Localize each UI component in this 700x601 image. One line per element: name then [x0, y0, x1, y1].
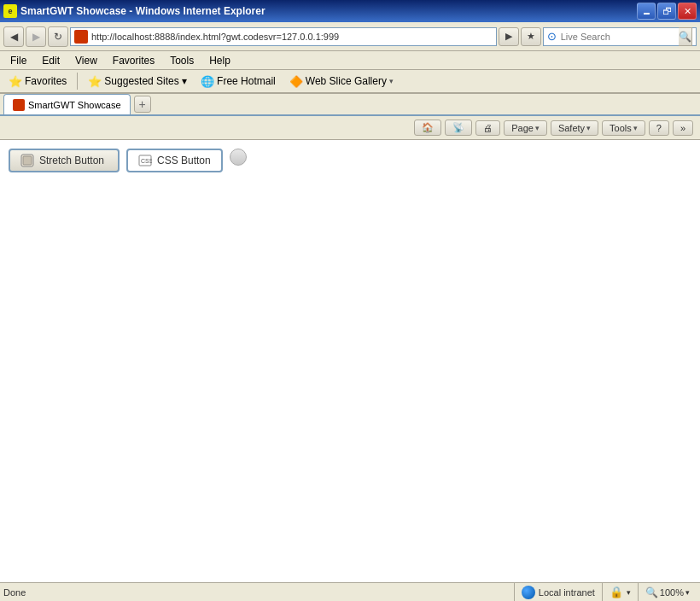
page-label: Page — [511, 123, 534, 133]
home-button[interactable]: 🏠 — [414, 120, 441, 136]
stretch-button[interactable]: Stretch Button — [9, 149, 120, 172]
web-slice-label: Web Slice Gallery — [306, 75, 387, 87]
back-button[interactable]: ◀ — [3, 26, 24, 47]
add-to-favorites-button[interactable]: ★ — [521, 27, 541, 46]
more-tools-button[interactable]: » — [673, 120, 693, 136]
hotmail-icon: 🌐 — [201, 75, 214, 88]
more-tools-label: » — [680, 123, 685, 133]
minimize-button[interactable]: 🗕 — [637, 3, 656, 20]
menu-favorites[interactable]: Favorites — [106, 53, 161, 68]
window-title: SmartGWT Showcase - Windows Internet Exp… — [20, 5, 265, 17]
search-go-button[interactable]: 🔍 — [679, 27, 692, 46]
css-button[interactable]: CSS CSS Button — [126, 149, 223, 172]
free-hotmail-label: Free Hotmail — [217, 75, 276, 87]
favorites-button[interactable]: ⭐ Favorites — [3, 73, 72, 90]
live-search-icon: ⊙ — [547, 30, 557, 44]
tools-arrow: ▾ — [633, 124, 638, 132]
address-bar: ▶ ★ — [70, 27, 541, 46]
title-bar-left: e SmartGWT Showcase - Windows Internet E… — [3, 4, 265, 18]
rss-button[interactable]: 📡 — [445, 120, 472, 136]
search-input[interactable] — [561, 32, 679, 42]
free-hotmail-item[interactable]: 🌐 Free Hotmail — [195, 73, 281, 90]
forward-button[interactable]: ▶ — [26, 26, 46, 47]
suggested-sites-item[interactable]: ⭐ Suggested Sites ▾ — [83, 73, 192, 90]
stretch-button-label: Stretch Button — [39, 155, 104, 166]
favorites-bar: ⭐ Favorites ⭐ Suggested Sites ▾ 🌐 Free H… — [0, 70, 700, 94]
safety-arrow: ▾ — [586, 124, 591, 132]
menu-bar: File Edit View Favorites Tools Help — [0, 51, 700, 70]
fav-divider-1 — [77, 73, 78, 90]
close-button[interactable]: ✕ — [678, 3, 697, 20]
tab-page-icon — [13, 99, 25, 111]
help-button[interactable]: ? — [649, 120, 669, 136]
css-button-label: CSS Button — [157, 155, 211, 166]
menu-file[interactable]: File — [3, 53, 33, 68]
title-bar: e SmartGWT Showcase - Windows Internet E… — [0, 0, 700, 22]
menu-view[interactable]: View — [68, 53, 104, 68]
round-button[interactable] — [230, 149, 247, 166]
menu-tools[interactable]: Tools — [163, 53, 201, 68]
tools-button[interactable]: Tools ▾ — [602, 120, 645, 136]
refresh-button[interactable]: ↻ — [48, 26, 68, 47]
suggested-sites-icon: ⭐ — [88, 75, 102, 88]
web-slice-gallery-item[interactable]: 🔶 Web Slice Gallery ▾ — [284, 73, 399, 90]
safety-button[interactable]: Safety ▾ — [551, 120, 598, 136]
help-icon: ? — [656, 123, 662, 133]
star-icon: ⭐ — [9, 75, 22, 88]
css-button-icon: CSS — [138, 154, 152, 167]
browser-icon: e — [3, 4, 17, 18]
page-icon — [74, 30, 88, 44]
stretch-button-icon — [20, 154, 34, 167]
web-slice-arrow: ▾ — [389, 77, 394, 85]
svg-text:CSS: CSS — [141, 158, 152, 164]
page-button[interactable]: Page ▾ — [504, 120, 547, 136]
new-tab-button[interactable]: + — [134, 96, 151, 113]
tab-bar: SmartGWT Showcase + — [0, 94, 700, 116]
tab-label: SmartGWT Showcase — [28, 100, 121, 110]
page-arrow: ▾ — [535, 124, 540, 132]
safety-label: Safety — [558, 123, 585, 133]
menu-edit[interactable]: Edit — [35, 53, 67, 68]
tools-label: Tools — [610, 123, 632, 133]
content-area: Stretch Button CSS CSS Button — [0, 140, 700, 181]
favorites-label: Favorites — [25, 75, 67, 87]
menu-help[interactable]: Help — [202, 53, 237, 68]
search-bar: ⊙ 🔍 — [543, 27, 697, 46]
nav-bar: ◀ ▶ ↻ ▶ ★ ⊙ 🔍 — [0, 22, 700, 51]
window-controls: 🗕 🗗 ✕ — [637, 3, 697, 20]
svg-rect-1 — [23, 156, 32, 165]
suggested-sites-label: Suggested Sites ▾ — [104, 75, 187, 87]
toolbar-bar: 🏠 📡 🖨 Page ▾ Safety ▾ Tools ▾ ? » — [0, 116, 700, 140]
address-input-wrap — [70, 27, 497, 46]
restore-button[interactable]: 🗗 — [657, 3, 676, 20]
main-content: Stretch Button CSS CSS Button — [0, 140, 700, 582]
tab-smartgwt[interactable]: SmartGWT Showcase — [3, 94, 131, 114]
go-button[interactable]: ▶ — [499, 27, 519, 46]
web-slice-icon: 🔶 — [289, 75, 303, 88]
address-input[interactable] — [91, 32, 493, 42]
print-button[interactable]: 🖨 — [475, 120, 500, 136]
